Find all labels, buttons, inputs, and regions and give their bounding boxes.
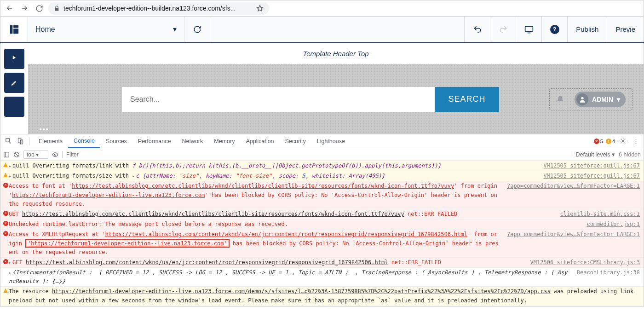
back-button[interactable] bbox=[4, 3, 15, 14]
filter-input[interactable] bbox=[66, 151, 567, 158]
svg-rect-10 bbox=[4, 152, 9, 157]
device-toggle-icon[interactable] bbox=[15, 136, 25, 146]
svg-point-5 bbox=[581, 97, 583, 99]
star-icon[interactable] bbox=[256, 5, 264, 12]
gear-icon[interactable] bbox=[618, 136, 628, 146]
builder-refresh[interactable] bbox=[184, 17, 210, 42]
url-text: techforum1-developer-edition--builder.na… bbox=[63, 5, 236, 12]
lock-icon bbox=[54, 6, 60, 12]
settings-tool[interactable] bbox=[4, 97, 24, 117]
log-levels[interactable]: Default levels ▾ bbox=[571, 151, 615, 158]
search-input[interactable] bbox=[122, 87, 435, 112]
inspect-icon[interactable] bbox=[3, 136, 13, 146]
side-tools bbox=[4, 49, 24, 117]
hero-section: SEARCH ADMIN ▾ bbox=[28, 64, 644, 134]
desktop-view-button[interactable] bbox=[516, 17, 541, 42]
forward-button[interactable] bbox=[19, 3, 30, 14]
tab-elements[interactable]: Elements bbox=[33, 134, 68, 148]
console-line: The resource https://techforum1-develope… bbox=[0, 287, 644, 306]
address-bar[interactable]: techforum1-developer-edition--builder.na… bbox=[48, 2, 269, 15]
search-button[interactable]: SEARCH bbox=[435, 87, 499, 112]
components-tool[interactable] bbox=[4, 49, 24, 69]
tab-lighthouse[interactable]: Lighthouse bbox=[311, 134, 351, 148]
tab-performance[interactable]: Performance bbox=[132, 134, 177, 148]
source-link[interactable]: clientlib-site.min.css:1 bbox=[560, 210, 640, 219]
error-count[interactable]: ✕5 bbox=[594, 139, 603, 144]
bell-icon[interactable] bbox=[556, 95, 564, 104]
hidden-count: 6 hidden bbox=[619, 151, 641, 158]
undo-button[interactable] bbox=[464, 17, 490, 42]
user-menu[interactable]: ADMIN ▾ bbox=[575, 92, 626, 107]
redo-button[interactable] bbox=[490, 17, 516, 42]
svg-point-9 bbox=[622, 140, 624, 142]
source-link[interactable]: commeditor.jsp:1 bbox=[586, 220, 640, 229]
source-link[interactable]: VM12506 siteforce:CMSLibrary.js:3 bbox=[530, 258, 640, 267]
caret-down-icon: ▾ bbox=[173, 25, 177, 34]
console-line: ✕▸GET https://test.albinsblog.com/conten… bbox=[0, 258, 644, 268]
builder-toolbar: Home ▾ ? Publish Previe bbox=[0, 17, 644, 42]
source-link[interactable]: VM12505 siteforce:quill.js:67 bbox=[543, 162, 640, 170]
builder-logo[interactable] bbox=[0, 17, 28, 42]
console-line: ✕Unchecked runtime.lastError: The messag… bbox=[0, 220, 644, 230]
tab-sources[interactable]: Sources bbox=[100, 134, 132, 148]
user-name: ADMIN bbox=[592, 96, 613, 103]
kebab-icon[interactable]: ⋮ bbox=[631, 136, 641, 146]
console-line: ▸quill Overwriting formats/size with ▸c … bbox=[0, 171, 644, 181]
devtools-tabs: ElementsConsoleSourcesPerformanceNetwork… bbox=[0, 134, 644, 148]
clear-console-icon[interactable] bbox=[13, 151, 20, 158]
tab-application[interactable]: Application bbox=[240, 134, 279, 148]
browser-toolbar: techforum1-developer-edition--builder.na… bbox=[0, 0, 644, 17]
source-link[interactable]: BeaconLibrary.js:38 bbox=[577, 268, 640, 286]
preview-button[interactable]: Previe bbox=[607, 17, 644, 42]
svg-marker-0 bbox=[257, 5, 263, 11]
console-line: ✕Access to font at 'https://test.albinsb… bbox=[0, 181, 644, 209]
reload-button[interactable] bbox=[34, 3, 45, 14]
canvas: Template Header Top SEARCH ADMIN ▾ ••• bbox=[0, 42, 644, 134]
publish-button[interactable]: Publish bbox=[567, 17, 607, 42]
page-selector[interactable]: Home ▾ bbox=[28, 17, 184, 42]
help-button[interactable]: ? bbox=[541, 17, 567, 42]
source-link[interactable]: ?app=commeditor&view…&formFactor=LARGE:1 bbox=[507, 182, 640, 208]
caret-down-icon: ▾ bbox=[617, 96, 620, 103]
svg-point-12 bbox=[54, 154, 56, 156]
console-toolbar: top ▾ Default levels ▾ 6 hidden bbox=[0, 148, 644, 161]
search-row: SEARCH bbox=[122, 87, 499, 112]
drag-handle-icon[interactable]: ••• bbox=[40, 126, 49, 133]
tab-memory[interactable]: Memory bbox=[208, 134, 240, 148]
source-link[interactable]: ?app=commeditor&view…&formFactor=LARGE:1 bbox=[507, 230, 640, 257]
theme-tool[interactable] bbox=[4, 73, 24, 93]
warning-count[interactable]: !4 bbox=[606, 139, 615, 144]
template-header-slot[interactable]: Template Header Top bbox=[28, 43, 644, 64]
context-selector[interactable]: top ▾ bbox=[23, 150, 48, 159]
page-name: Home bbox=[35, 25, 55, 34]
svg-rect-2 bbox=[13, 25, 18, 28]
console-line: ▸{InstrumentationResult : ( RECEIVED = 1… bbox=[0, 268, 644, 287]
help-icon: ? bbox=[550, 25, 559, 34]
tab-network[interactable]: Network bbox=[176, 134, 208, 148]
console-line: ▸quill Overwriting formats/link with f b… bbox=[0, 161, 644, 171]
user-region[interactable]: ADMIN ▾ bbox=[549, 88, 632, 110]
svg-rect-3 bbox=[13, 29, 18, 34]
live-expression-icon[interactable] bbox=[52, 151, 58, 158]
console-line: ✕Access to XMLHttpRequest at 'https://te… bbox=[0, 230, 644, 258]
source-link[interactable]: VM12505 siteforce:quill.js:67 bbox=[543, 172, 640, 180]
tab-console[interactable]: Console bbox=[68, 134, 100, 148]
console-line: ✕GET https://test.albinsblog.com/etc.cli… bbox=[0, 209, 644, 220]
console-output: ▸quill Overwriting formats/link with f b… bbox=[0, 161, 644, 306]
avatar-icon bbox=[576, 93, 588, 105]
sidebar-toggle-icon[interactable] bbox=[3, 151, 10, 158]
svg-rect-4 bbox=[525, 26, 533, 31]
devtools: ElementsConsoleSourcesPerformanceNetwork… bbox=[0, 134, 644, 306]
svg-rect-1 bbox=[10, 25, 12, 33]
tab-security[interactable]: Security bbox=[280, 134, 311, 148]
